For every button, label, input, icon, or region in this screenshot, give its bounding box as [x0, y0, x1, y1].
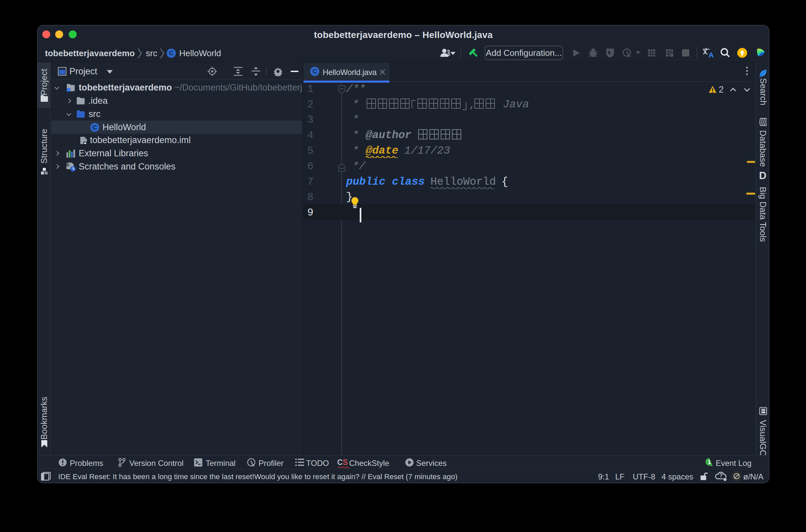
- svg-text:A: A: [709, 51, 713, 58]
- svg-text:1: 1: [708, 459, 711, 465]
- svg-text:?: ?: [719, 473, 723, 478]
